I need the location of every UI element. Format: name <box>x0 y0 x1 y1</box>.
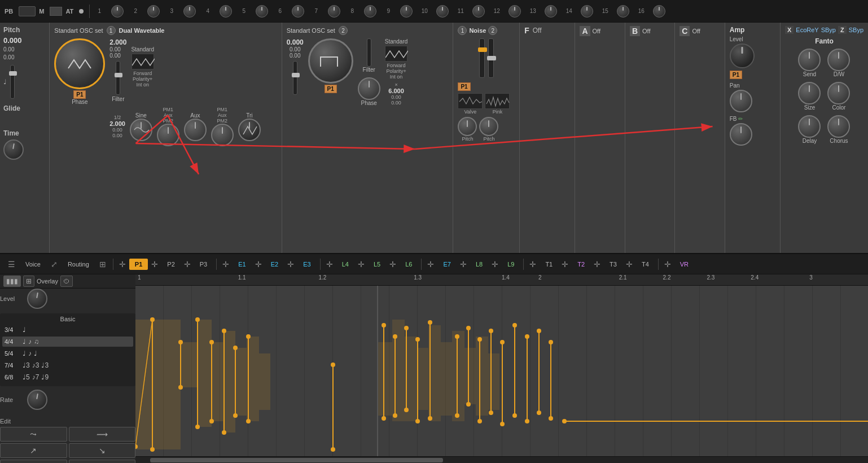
macro-knob-7[interactable] <box>328 5 340 18</box>
tab-l6[interactable]: L6 <box>400 259 418 270</box>
macro-knob-13[interactable] <box>545 5 557 18</box>
edit-btn-4[interactable]: ↘ <box>69 443 136 458</box>
macro-knob-6[interactable] <box>292 5 304 18</box>
move-icon-7[interactable]: ✛ <box>324 260 335 269</box>
rate-knob[interactable] <box>27 390 47 410</box>
amp-p1-badge[interactable]: P1 <box>730 71 742 79</box>
edit-btn-6[interactable]: ∿ <box>69 460 136 463</box>
osc1-big-knob[interactable] <box>54 38 105 89</box>
tab-t4[interactable]: T4 <box>636 259 655 270</box>
pb-button[interactable] <box>19 6 36 16</box>
noise-pitch-knob-2[interactable] <box>479 117 498 136</box>
tab-p1[interactable]: P1 <box>129 259 148 270</box>
fx-chorus-knob[interactable] <box>827 115 850 138</box>
time-sig-68[interactable]: 6/8 ♩5 ♪7 ♩9 <box>2 372 133 382</box>
fx-ecoreY-label[interactable]: EcoReY <box>796 27 818 33</box>
pitch-slider[interactable] <box>10 65 15 99</box>
level-knob[interactable] <box>27 289 47 309</box>
tab-e1[interactable]: E1 <box>233 259 251 270</box>
fx-color-knob[interactable] <box>827 82 850 104</box>
osc1-pm2-knob[interactable] <box>211 124 234 146</box>
macro-knob-2[interactable] <box>147 5 160 18</box>
osc2-filter-slider[interactable] <box>367 38 371 67</box>
tab-l8[interactable]: L8 <box>470 259 488 270</box>
osc1-sine-knob[interactable] <box>130 119 152 141</box>
fx-size-knob[interactable] <box>798 82 821 104</box>
move-icon-2[interactable]: ✛ <box>149 260 160 269</box>
roll-content[interactable] <box>135 286 868 456</box>
move-icon-3[interactable]: ✛ <box>182 260 193 269</box>
move-icon-4[interactable]: ✛ <box>220 260 231 269</box>
osc2-phase-knob[interactable] <box>358 77 380 100</box>
move-icon-15[interactable]: ✛ <box>591 260 603 269</box>
fx-sbyp-label[interactable]: SByp <box>821 27 836 33</box>
fx-delay-knob[interactable] <box>798 115 821 138</box>
move-icon-17[interactable]: ✛ <box>662 260 673 269</box>
macro-knob-16[interactable] <box>653 5 665 18</box>
amp-fb-knob[interactable] <box>730 123 752 146</box>
tab-t2[interactable]: T2 <box>572 259 590 270</box>
osc2-big-knob[interactable] <box>308 38 353 84</box>
tab-t1[interactable]: T1 <box>540 259 558 270</box>
macro-knob-14[interactable] <box>581 5 593 18</box>
time-sig-54[interactable]: 5/4 ♩ ♪ ♩ <box>2 348 133 359</box>
tab-l4[interactable]: L4 <box>336 259 354 270</box>
macro-knob-5[interactable] <box>256 5 268 18</box>
fx-dw-knob[interactable] <box>827 49 850 71</box>
tab-e7[interactable]: E7 <box>437 259 456 270</box>
macro-knob-10[interactable] <box>436 5 449 18</box>
macro-knob-12[interactable] <box>508 5 521 18</box>
move-icon-5[interactable]: ✛ <box>253 260 264 269</box>
h-scrollbar[interactable] <box>135 456 868 463</box>
move-icon-13[interactable]: ✛ <box>527 260 538 269</box>
m-button[interactable] <box>50 7 62 16</box>
bars-icon[interactable]: ▮▮▮ <box>3 276 21 287</box>
macro-knob-15[interactable] <box>617 5 629 18</box>
tab-e2[interactable]: E2 <box>265 259 284 270</box>
macro-knob-3[interactable] <box>183 5 196 18</box>
menu-icon[interactable]: ☰ <box>5 260 19 269</box>
time-sig-74[interactable]: 7/4 ♩3 ♪3 ♩3 <box>2 360 133 370</box>
time-sig-44[interactable]: 4/4 ♩ ♪ ♫ <box>2 337 133 347</box>
osc1-p1-badge[interactable]: P1 <box>73 90 86 99</box>
edit-btn-2[interactable]: ⟿ <box>69 427 136 442</box>
edit-btn-5[interactable]: ↘ <box>0 460 67 463</box>
grid-small-icon[interactable]: ⊞ <box>23 276 34 287</box>
fx-z-label[interactable]: Z <box>838 26 847 34</box>
move-icon-11[interactable]: ✛ <box>458 260 469 269</box>
noise-p1-badge[interactable]: P1 <box>458 82 470 91</box>
move-icon-8[interactable]: ✛ <box>356 260 367 269</box>
move-icon-12[interactable]: ✛ <box>489 260 501 269</box>
noise-slider-2[interactable] <box>488 38 494 78</box>
fx-sbyp2-label[interactable]: SByp <box>849 27 863 33</box>
amp-pan-knob[interactable] <box>730 90 752 112</box>
edit-btn-1[interactable]: ⤳ <box>0 427 67 442</box>
osc1-filter-slider[interactable] <box>116 61 120 95</box>
macro-knob-11[interactable] <box>472 5 485 18</box>
move-icon-16[interactable]: ✛ <box>624 260 635 269</box>
macro-knob-9[interactable] <box>400 5 413 18</box>
routing-icon[interactable]: ⤢ <box>47 260 61 269</box>
move-icon-6[interactable]: ✛ <box>285 260 296 269</box>
noise-pitch-knob-1[interactable] <box>458 117 477 136</box>
glide-time-knob[interactable] <box>3 139 24 160</box>
osc1-aux-knob[interactable] <box>184 119 207 141</box>
tab-routing[interactable]: Routing <box>62 259 95 270</box>
scrollbar-thumb[interactable] <box>150 458 443 462</box>
macro-knob-8[interactable] <box>364 5 376 18</box>
tab-e3[interactable]: E3 <box>297 259 316 270</box>
osc2-p1-badge[interactable]: P1 <box>325 85 337 93</box>
macro-knob-1[interactable] <box>111 5 124 18</box>
tab-voice[interactable]: Voice <box>20 259 46 270</box>
fx-send-knob[interactable] <box>798 49 821 71</box>
osc1-tri-knob[interactable] <box>238 119 261 141</box>
macro-knob-4[interactable] <box>220 5 232 18</box>
move-icon-14[interactable]: ✛ <box>559 260 571 269</box>
tab-t3[interactable]: T3 <box>604 259 622 270</box>
osc2-slider[interactable] <box>293 61 297 95</box>
grid-icon[interactable]: ⊞ <box>96 260 109 269</box>
edit-btn-3[interactable]: ↗ <box>0 443 67 458</box>
fx-x-label[interactable]: X <box>785 26 794 34</box>
tab-l5[interactable]: L5 <box>368 259 386 270</box>
move-icon-10[interactable]: ✛ <box>425 260 436 269</box>
